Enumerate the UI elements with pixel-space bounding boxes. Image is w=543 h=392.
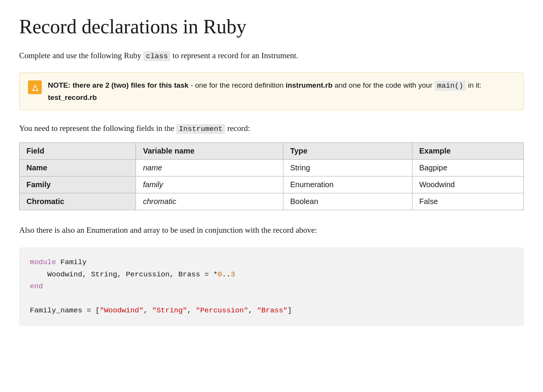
cell-var-name: name (136, 159, 283, 176)
table-header-row: Field Variable name Type Example (20, 142, 524, 159)
col-example: Example (412, 142, 523, 159)
intro-paragraph: Complete and use the following Ruby clas… (19, 50, 524, 62)
fields-intro-start: You need to represent the following fiel… (19, 124, 176, 133)
warning-icon: △ (28, 80, 42, 94)
cell-example-chromatic: False (412, 193, 523, 210)
code-num-end: 3 (231, 270, 235, 279)
note-bold-start: NOTE: there are 2 (two) files for this t… (48, 81, 188, 89)
note-file1: instrument.rb (286, 81, 332, 89)
code-enum-line: Woodwind, String, Percussion, Brass = * (30, 270, 218, 279)
cell-field-chromatic: Chromatic (20, 193, 136, 210)
code-comma2: , (187, 306, 196, 315)
cell-example-family: Woodwind (412, 176, 523, 193)
code-block: module Family Woodwind, String, Percussi… (19, 247, 524, 326)
warning-symbol: △ (32, 83, 38, 92)
page-title: Record declarations in Ruby (19, 15, 524, 38)
fields-intro: You need to represent the following fiel… (19, 122, 524, 135)
note-text-last: in it: (466, 81, 481, 89)
fields-intro-end: record: (225, 124, 250, 133)
code-family-names-assign: Family_names = [ (30, 306, 100, 315)
col-variable: Variable name (136, 142, 283, 159)
cell-field-name: Name (20, 159, 136, 176)
code-family-name: Family (56, 258, 87, 266)
code-comma1: , (143, 306, 152, 315)
code-module-keyword: module (30, 258, 56, 266)
table-row: Name name String Bagpipe (20, 159, 524, 176)
cell-example-name: Bagpipe (412, 159, 523, 176)
note-box: △ NOTE: there are 2 (two) files for this… (19, 72, 524, 110)
code-comma3: , (248, 306, 257, 315)
col-field: Field (20, 142, 136, 159)
cell-type-name: String (283, 159, 412, 176)
code-str-percussion: "Percussion" (196, 306, 248, 315)
cell-var-family: family (136, 176, 283, 193)
intro-text-end: to represent a record for an Instrument. (170, 51, 298, 60)
class-code: class (143, 51, 170, 61)
table-row: Chromatic chromatic Boolean False (20, 193, 524, 210)
code-str-woodwind: "Woodwind" (100, 306, 143, 315)
code-end-keyword: end (30, 282, 43, 291)
cell-type-family: Enumeration (283, 176, 412, 193)
code-str-string: "String" (152, 306, 187, 315)
note-main-code: main() (435, 81, 466, 91)
code-dotdot: .. (222, 270, 231, 279)
instrument-code: Instrument (176, 124, 225, 134)
table-row: Family family Enumeration Woodwind (20, 176, 524, 193)
note-text-middle: - one for the record definition (188, 81, 285, 89)
note-content: NOTE: there are 2 (two) files for this t… (48, 80, 515, 103)
fields-table: Field Variable name Type Example Name na… (19, 142, 524, 210)
cell-type-chromatic: Boolean (283, 193, 412, 210)
note-text-end: and one for the code with your (332, 81, 434, 89)
note-file2: test_record.rb (48, 93, 97, 101)
code-num-start: 0 (218, 270, 222, 279)
col-type: Type (283, 142, 412, 159)
code-bracket-close: ] (288, 306, 292, 315)
code-str-brass: "Brass" (257, 306, 288, 315)
intro-text-start: Complete and use the following Ruby (19, 51, 143, 60)
also-paragraph: Also there is also an Enumeration and ar… (19, 224, 524, 237)
cell-var-chromatic: chromatic (136, 193, 283, 210)
cell-field-family: Family (20, 176, 136, 193)
